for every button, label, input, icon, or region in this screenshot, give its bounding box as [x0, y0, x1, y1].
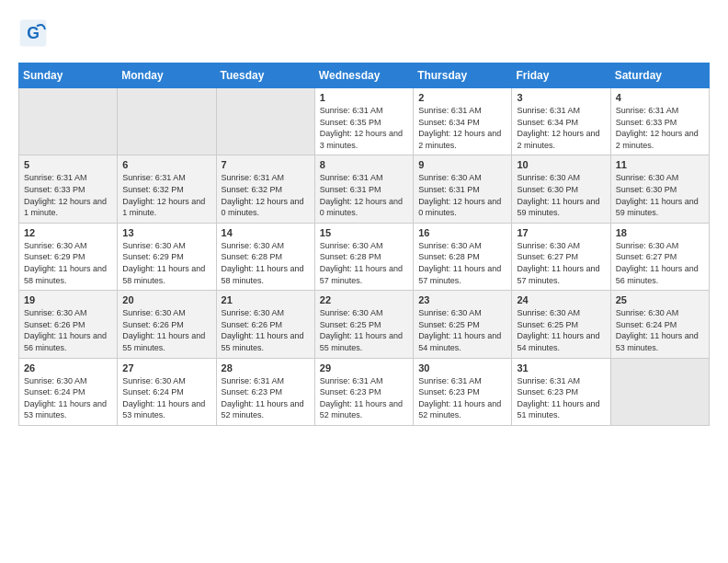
day-info: Sunrise: 6:31 AMSunset: 6:32 PMDaylight:…	[122, 172, 210, 218]
calendar-cell: 20Sunrise: 6:30 AMSunset: 6:26 PMDayligh…	[118, 291, 216, 358]
calendar-table: SundayMondayTuesdayWednesdayThursdayFrid…	[18, 63, 710, 426]
calendar-week-2: 5Sunrise: 6:31 AMSunset: 6:33 PMDaylight…	[19, 155, 710, 223]
day-info: Sunrise: 6:30 AMSunset: 6:25 PMDaylight:…	[418, 307, 506, 353]
calendar-cell: 18Sunrise: 6:30 AMSunset: 6:27 PMDayligh…	[610, 223, 709, 290]
calendar-cell: 7Sunrise: 6:31 AMSunset: 6:32 PMDaylight…	[216, 155, 314, 223]
calendar-cell: 22Sunrise: 6:30 AMSunset: 6:25 PMDayligh…	[314, 291, 413, 358]
day-number: 13	[122, 227, 210, 238]
calendar-cell: 12Sunrise: 6:30 AMSunset: 6:29 PMDayligh…	[19, 223, 118, 290]
day-number: 23	[418, 294, 506, 305]
day-info: Sunrise: 6:30 AMSunset: 6:26 PMDaylight:…	[222, 307, 310, 353]
day-number: 27	[122, 362, 210, 373]
day-info: Sunrise: 6:31 AMSunset: 6:23 PMDaylight:…	[418, 375, 506, 421]
calendar-week-1: 1Sunrise: 6:31 AMSunset: 6:35 PMDaylight…	[19, 88, 710, 155]
calendar-cell: 31Sunrise: 6:31 AMSunset: 6:23 PMDayligh…	[512, 358, 610, 425]
day-info: Sunrise: 6:31 AMSunset: 6:34 PMDaylight:…	[418, 105, 506, 151]
day-number: 22	[320, 294, 408, 305]
calendar-cell: 28Sunrise: 6:31 AMSunset: 6:23 PMDayligh…	[216, 358, 314, 425]
day-info: Sunrise: 6:30 AMSunset: 6:30 PMDaylight:…	[517, 172, 605, 218]
day-info: Sunrise: 6:30 AMSunset: 6:25 PMDaylight:…	[320, 307, 408, 353]
day-number: 20	[122, 294, 210, 305]
weekday-sunday: Sunday	[19, 63, 118, 88]
day-number: 10	[517, 159, 605, 170]
day-info: Sunrise: 6:30 AMSunset: 6:26 PMDaylight:…	[122, 307, 210, 353]
weekday-tuesday: Tuesday	[216, 63, 314, 88]
day-number: 14	[222, 227, 310, 238]
calendar-header: SundayMondayTuesdayWednesdayThursdayFrid…	[19, 63, 710, 88]
calendar-week-5: 26Sunrise: 6:30 AMSunset: 6:24 PMDayligh…	[19, 358, 710, 425]
calendar-week-3: 12Sunrise: 6:30 AMSunset: 6:29 PMDayligh…	[19, 223, 710, 290]
day-number: 16	[418, 227, 506, 238]
day-number: 24	[517, 294, 605, 305]
day-info: Sunrise: 6:30 AMSunset: 6:30 PMDaylight:…	[616, 172, 704, 218]
calendar-cell: 2Sunrise: 6:31 AMSunset: 6:34 PMDaylight…	[414, 88, 512, 155]
day-info: Sunrise: 6:30 AMSunset: 6:31 PMDaylight:…	[418, 172, 506, 218]
day-info: Sunrise: 6:30 AMSunset: 6:28 PMDaylight:…	[418, 240, 506, 286]
calendar-cell: 16Sunrise: 6:30 AMSunset: 6:28 PMDayligh…	[414, 223, 512, 290]
logo: G	[18, 18, 51, 48]
calendar-cell: 11Sunrise: 6:30 AMSunset: 6:30 PMDayligh…	[610, 155, 709, 223]
day-number: 2	[418, 92, 506, 103]
day-number: 3	[517, 92, 605, 103]
day-info: Sunrise: 6:30 AMSunset: 6:28 PMDaylight:…	[320, 240, 408, 286]
day-info: Sunrise: 6:31 AMSunset: 6:32 PMDaylight:…	[222, 172, 310, 218]
day-number: 7	[222, 159, 310, 170]
weekday-header-row: SundayMondayTuesdayWednesdayThursdayFrid…	[19, 63, 710, 88]
calendar-cell	[19, 88, 118, 155]
page-header: G	[18, 18, 710, 48]
calendar-cell: 3Sunrise: 6:31 AMSunset: 6:34 PMDaylight…	[512, 88, 610, 155]
calendar-cell: 19Sunrise: 6:30 AMSunset: 6:26 PMDayligh…	[19, 291, 118, 358]
calendar-cell: 8Sunrise: 6:31 AMSunset: 6:31 PMDaylight…	[314, 155, 413, 223]
calendar-cell: 26Sunrise: 6:30 AMSunset: 6:24 PMDayligh…	[19, 358, 118, 425]
day-number: 25	[616, 294, 704, 305]
day-info: Sunrise: 6:30 AMSunset: 6:29 PMDaylight:…	[24, 240, 112, 286]
calendar-cell: 24Sunrise: 6:30 AMSunset: 6:25 PMDayligh…	[512, 291, 610, 358]
day-number: 8	[320, 159, 408, 170]
day-info: Sunrise: 6:30 AMSunset: 6:24 PMDaylight:…	[122, 375, 210, 421]
calendar-cell: 10Sunrise: 6:30 AMSunset: 6:30 PMDayligh…	[512, 155, 610, 223]
weekday-friday: Friday	[512, 63, 610, 88]
calendar-cell: 25Sunrise: 6:30 AMSunset: 6:24 PMDayligh…	[610, 291, 709, 358]
day-number: 26	[24, 362, 112, 373]
day-number: 12	[24, 227, 112, 238]
day-info: Sunrise: 6:31 AMSunset: 6:23 PMDaylight:…	[320, 375, 408, 421]
day-number: 17	[517, 227, 605, 238]
day-info: Sunrise: 6:30 AMSunset: 6:27 PMDaylight:…	[517, 240, 605, 286]
day-number: 4	[616, 92, 704, 103]
day-info: Sunrise: 6:30 AMSunset: 6:25 PMDaylight:…	[517, 307, 605, 353]
day-info: Sunrise: 6:30 AMSunset: 6:26 PMDaylight:…	[24, 307, 112, 353]
weekday-saturday: Saturday	[610, 63, 709, 88]
day-info: Sunrise: 6:30 AMSunset: 6:24 PMDaylight:…	[24, 375, 112, 421]
calendar-cell: 1Sunrise: 6:31 AMSunset: 6:35 PMDaylight…	[314, 88, 413, 155]
weekday-wednesday: Wednesday	[314, 63, 413, 88]
calendar-cell: 21Sunrise: 6:30 AMSunset: 6:26 PMDayligh…	[216, 291, 314, 358]
day-number: 31	[517, 362, 605, 373]
day-number: 19	[24, 294, 112, 305]
day-info: Sunrise: 6:31 AMSunset: 6:34 PMDaylight:…	[517, 105, 605, 151]
calendar-cell: 23Sunrise: 6:30 AMSunset: 6:25 PMDayligh…	[414, 291, 512, 358]
day-info: Sunrise: 6:30 AMSunset: 6:28 PMDaylight:…	[222, 240, 310, 286]
day-info: Sunrise: 6:31 AMSunset: 6:31 PMDaylight:…	[320, 172, 408, 218]
weekday-monday: Monday	[118, 63, 216, 88]
calendar-week-4: 19Sunrise: 6:30 AMSunset: 6:26 PMDayligh…	[19, 291, 710, 358]
calendar-cell: 9Sunrise: 6:30 AMSunset: 6:31 PMDaylight…	[414, 155, 512, 223]
calendar-cell	[118, 88, 216, 155]
calendar-body: 1Sunrise: 6:31 AMSunset: 6:35 PMDaylight…	[19, 88, 710, 426]
day-number: 5	[24, 159, 112, 170]
day-info: Sunrise: 6:30 AMSunset: 6:29 PMDaylight:…	[122, 240, 210, 286]
calendar-cell: 6Sunrise: 6:31 AMSunset: 6:32 PMDaylight…	[118, 155, 216, 223]
calendar-cell: 30Sunrise: 6:31 AMSunset: 6:23 PMDayligh…	[414, 358, 512, 425]
day-number: 30	[418, 362, 506, 373]
day-number: 29	[320, 362, 408, 373]
day-info: Sunrise: 6:30 AMSunset: 6:24 PMDaylight:…	[616, 307, 704, 353]
logo-icon: G	[18, 18, 48, 48]
calendar-cell: 27Sunrise: 6:30 AMSunset: 6:24 PMDayligh…	[118, 358, 216, 425]
day-number: 9	[418, 159, 506, 170]
day-number: 15	[320, 227, 408, 238]
day-number: 18	[616, 227, 704, 238]
day-info: Sunrise: 6:31 AMSunset: 6:35 PMDaylight:…	[320, 105, 408, 151]
day-number: 11	[616, 159, 704, 170]
calendar-cell: 4Sunrise: 6:31 AMSunset: 6:33 PMDaylight…	[610, 88, 709, 155]
day-info: Sunrise: 6:30 AMSunset: 6:27 PMDaylight:…	[616, 240, 704, 286]
day-number: 28	[222, 362, 310, 373]
